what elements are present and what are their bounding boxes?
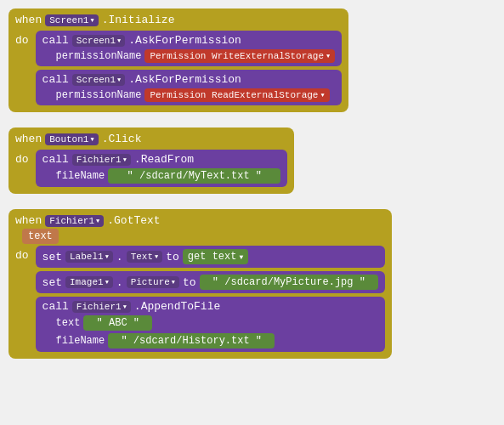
block1-container: when Screen1 .Initialize do call Screen1…	[8, 8, 496, 112]
get-text-pill[interactable]: get text	[183, 249, 248, 264]
dot-sep-2: .	[116, 276, 123, 289]
set-image1-picture: set Image1 . Picture to " /sdcard/MyPict…	[36, 271, 386, 293]
image1-dropdown[interactable]: Image1	[65, 276, 113, 288]
do-section-1: do call Screen1 .AskForPermission permis…	[15, 31, 342, 105]
call-method-1b: .AskForPermission	[128, 73, 241, 86]
picture-prop-dropdown[interactable]: Picture	[127, 276, 179, 288]
call-label-3a: call	[42, 300, 69, 313]
appendtofile-label: .AppendToFile	[134, 300, 220, 313]
call-appendtofile: call Fichier1 .AppendToFile text " ABC "…	[36, 297, 386, 352]
to-label-2: to	[183, 276, 196, 289]
when-label-1: when	[15, 14, 42, 26]
call-label-2a: call	[42, 153, 69, 166]
fichier1-dropdown-1[interactable]: Fichier1	[72, 154, 131, 166]
call-row-2a: call Fichier1 .ReadFrom	[42, 153, 281, 166]
calls-2: call Fichier1 .ReadFrom fileName " /sdca…	[36, 150, 288, 187]
call-row-1b: call Screen1 .AskForPermission	[42, 73, 336, 86]
block2-container: when Bouton1 .Click do call Fichier1 .Re…	[8, 128, 496, 194]
do-label-1: do	[15, 34, 29, 47]
param-row-3b: fileName " /sdcard/History.txt "	[42, 333, 379, 348]
dot-sep-1: .	[116, 251, 123, 264]
call-item-2a: call Fichier1 .ReadFrom fileName " /sdca…	[36, 150, 288, 187]
readfrom-label: .ReadFrom	[134, 153, 194, 166]
to-label-1: to	[166, 251, 179, 264]
initialize-label-1: .Initialize	[102, 14, 175, 26]
call-method-1a: .AskForPermission	[128, 34, 241, 47]
call-component-1a[interactable]: Screen1	[72, 35, 125, 47]
history-value: " /sdcard/History.txt "	[108, 333, 275, 348]
statements-3: set Label1 . Text to get text set Image1…	[36, 246, 386, 352]
set-row-2: set Image1 . Picture to " /sdcard/MyPict…	[42, 275, 379, 290]
do-label-2: do	[15, 153, 29, 166]
param-name-1b: permissionName	[56, 89, 142, 101]
param-badge-area: text	[22, 230, 385, 242]
label1-dropdown[interactable]: Label1	[65, 251, 113, 263]
when-label-3: when	[15, 214, 42, 227]
block3-container: when Fichier1 .GotText text do set Label…	[8, 209, 496, 359]
call-row-3a: call Fichier1 .AppendToFile	[42, 300, 379, 313]
screen1-dropdown-1[interactable]: Screen1	[45, 14, 98, 26]
when-block-1: when Screen1 .Initialize do call Screen1…	[8, 8, 348, 112]
set-label1-text: set Label1 . Text to get text	[36, 246, 386, 268]
picture-value: " /sdcard/MyPicture.jpg "	[200, 275, 378, 290]
param-name-1a: permissionName	[56, 50, 142, 62]
when-header-2: when Bouton1 .Click	[15, 133, 287, 145]
when-header-1: when Screen1 .Initialize	[15, 14, 342, 26]
param-row-2a: fileName " /sdcard/MyText.txt "	[42, 168, 281, 184]
text-prop-dropdown[interactable]: Text	[127, 251, 163, 263]
text-param-badge: text	[22, 229, 59, 244]
abc-value: " ABC "	[83, 315, 152, 331]
click-label: .Click	[102, 133, 142, 145]
gottext-label: .GotText	[107, 214, 160, 227]
param-row-3a: text " ABC "	[42, 315, 379, 331]
calls-1: call Screen1 .AskForPermission permissio…	[36, 31, 343, 105]
do-label-3: do	[15, 249, 29, 262]
call-item-1a: call Screen1 .AskForPermission permissio…	[36, 31, 343, 66]
bouton1-dropdown[interactable]: Bouton1	[45, 133, 98, 145]
call-label-1b: call	[42, 73, 69, 86]
text-param-label: text	[56, 317, 81, 329]
filename-param-label: fileName	[56, 335, 105, 347]
set-label-1: set	[42, 251, 62, 264]
call-row-1a: call Screen1 .AskForPermission	[42, 34, 336, 47]
param-name-2a: fileName	[56, 170, 105, 182]
param-row-1b: permissionName Permission ReadExternalSt…	[42, 88, 336, 102]
set-row-1: set Label1 . Text to get text	[42, 249, 379, 264]
permission-value-1a[interactable]: Permission WriteExternalStorage	[144, 49, 335, 63]
param-row-1a: permissionName Permission WriteExternalS…	[42, 49, 336, 63]
set-label-2: set	[42, 276, 62, 289]
call-label-1a: call	[42, 34, 69, 47]
permission-value-1b[interactable]: Permission ReadExternalStorage	[144, 88, 329, 102]
when-label-2: when	[15, 133, 42, 145]
when-block-2: when Bouton1 .Click do call Fichier1 .Re…	[8, 128, 294, 194]
do-section-2: do call Fichier1 .ReadFrom fileName " /s…	[15, 150, 287, 187]
filename-value-2a: " /sdcard/MyText.txt "	[108, 168, 280, 184]
call-item-1b: call Screen1 .AskForPermission permissio…	[36, 70, 343, 105]
fichier1-dropdown-3[interactable]: Fichier1	[72, 301, 131, 313]
do-section-3: do set Label1 . Text to get text	[15, 246, 385, 352]
when-block-3: when Fichier1 .GotText text do set Label…	[8, 209, 392, 359]
call-component-1b[interactable]: Screen1	[72, 74, 125, 86]
when-header-3: when Fichier1 .GotText	[15, 214, 385, 227]
fichier1-dropdown-2[interactable]: Fichier1	[45, 215, 104, 227]
